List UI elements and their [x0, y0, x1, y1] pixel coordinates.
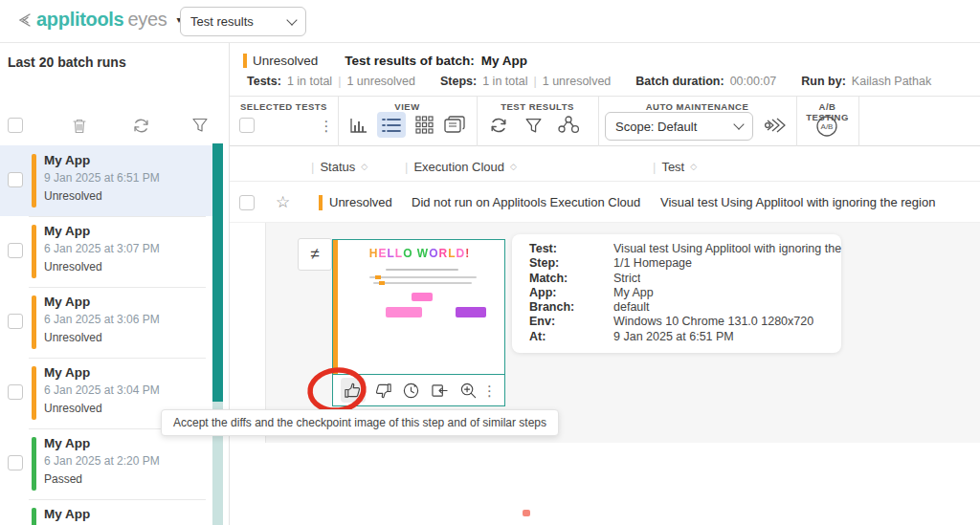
grid-icon [415, 116, 434, 134]
chevron-down-icon [286, 14, 297, 25]
sort-icon[interactable]: ◇ [361, 162, 368, 171]
metadata-row: Match:Strict [529, 272, 841, 286]
step-menu-button[interactable]: ⋮ [482, 378, 497, 403]
batch-stats: Tests: 1 in total | 1 unresolved Steps: … [247, 75, 931, 88]
circular-arrow-icon [402, 382, 420, 400]
batch-item-2[interactable]: My App 6 Jan 2025 at 3:07 PM Unresolved [0, 216, 212, 287]
batch-item-1[interactable]: My App 9 Jan 2025 at 6:51 PM Unresolved [0, 145, 212, 216]
thumbnail-text-line [369, 276, 477, 278]
filter-icon [524, 117, 543, 135]
steps-label: Steps: [440, 75, 477, 88]
top-bar: applitools eyes ▾ Test results [0, 0, 980, 43]
batch-1-checkbox[interactable] [8, 172, 23, 187]
field-label: App: [529, 286, 613, 300]
field-value: Strict [613, 272, 640, 286]
test-results-label: TEST RESULTS [477, 101, 598, 112]
box-arrow-icon [431, 383, 449, 399]
refresh-batches-button[interactable] [130, 115, 151, 136]
hello-world-text: HELLO WORLD! [333, 247, 505, 260]
batch-name: My App [44, 295, 90, 309]
batch-date: 6 Jan 2025 at 3:06 PM [44, 313, 160, 326]
compare-baseline-button[interactable] [428, 378, 453, 403]
filter-batches-button[interactable] [189, 115, 211, 136]
batch-item-5[interactable]: My App 6 Jan 2025 at 2:20 PM Passed [0, 428, 212, 499]
unresolved-status-bar [333, 240, 338, 375]
row-star-cell: ☆ [276, 182, 290, 223]
page-select-value: Test results [190, 14, 254, 29]
thumbnail-pink-rect [386, 307, 422, 317]
tests-total: 1 in total [287, 75, 332, 88]
view-list-button[interactable] [377, 112, 406, 138]
column-header-execution-cloud[interactable]: | Execution Cloud ◇ [405, 151, 517, 182]
field-label: Test: [529, 242, 613, 256]
page-select[interactable]: Test results [180, 7, 306, 36]
batch-3-checkbox[interactable] [8, 314, 23, 329]
rerun-step-button[interactable] [399, 378, 424, 403]
batch-4-checkbox[interactable] [8, 384, 23, 400]
selected-tests-menu-button[interactable]: ⋮ [318, 116, 335, 135]
checkpoint-thumbnail[interactable]: HELLO WORLD! [332, 239, 505, 375]
diff-badge[interactable]: ≠ [298, 238, 332, 271]
sidebar: Last 20 batch runs My App 9 Jan 2025 at … [0, 43, 230, 525]
sort-icon[interactable]: ◇ [690, 162, 697, 171]
batch-date: 6 Jan 2025 at 3:04 PM [44, 383, 160, 397]
batch-header: Unresolved Test results of batch: My App… [230, 43, 980, 97]
batch-5-checkbox[interactable] [8, 455, 23, 470]
row-test-name: Visual test Using Applitool with ignorin… [660, 195, 935, 209]
batch-date: 9 Jan 2025 at 6:51 PM [44, 171, 160, 185]
applitools-logo-icon [17, 12, 33, 28]
svg-text:A/B: A/B [821, 122, 834, 131]
batch-item-6[interactable]: My App [0, 499, 212, 525]
thumbnail-pink-blob [412, 293, 433, 301]
trash-icon [71, 117, 88, 135]
unresolved-status-bar [243, 54, 247, 68]
star-icon[interactable]: ☆ [276, 192, 290, 212]
sidebar-scrollbar-thumb[interactable] [212, 143, 223, 402]
main-toolbar: SELECTED TESTS ⋮ VIEW TEST [230, 97, 980, 146]
thumbnail-purple-rect [456, 307, 486, 317]
batch-status-bar [32, 366, 36, 420]
view-summary-button[interactable] [345, 112, 373, 138]
auto-maintenance-label: AUTO MAINTENANCE [598, 101, 796, 112]
applitools-logo[interactable]: applitools eyes ▾ [17, 9, 182, 31]
accept-step-button[interactable] [341, 378, 366, 403]
selected-tests-label: SELECTED TESTS [230, 101, 338, 112]
kebab-icon: ⋮ [482, 383, 497, 398]
tests-label: Tests: [247, 75, 281, 88]
filter-results-button[interactable] [521, 114, 546, 137]
batch-2-checkbox[interactable] [8, 243, 23, 258]
test-result-row[interactable]: ☆ Unresolved Did not run on Applitools E… [230, 182, 980, 223]
select-all-batches-checkbox[interactable] [8, 118, 23, 133]
select-all-tests-checkbox[interactable] [239, 118, 255, 133]
batch-name: My App [44, 436, 90, 450]
field-value: Visual test Using Applitool with ignorin… [613, 242, 841, 256]
apply-maintenance-button[interactable] [762, 113, 791, 138]
thumbs-up-icon [344, 382, 362, 400]
batch-status: Unresolved [44, 402, 102, 415]
batch-status-bar [32, 508, 36, 525]
row-checkbox[interactable] [239, 195, 255, 210]
zoom-step-button[interactable] [456, 378, 480, 403]
delete-batch-button[interactable] [69, 115, 90, 136]
view-gallery-button[interactable] [440, 112, 469, 138]
fast-forward-icon [764, 115, 789, 136]
ab-testing-button[interactable]: A/B [813, 114, 840, 139]
refresh-results-button[interactable] [486, 114, 511, 137]
field-value: default [613, 300, 650, 315]
column-header-status[interactable]: | Status ◇ [311, 151, 368, 182]
thumbnail-text-line [373, 282, 472, 284]
metadata-row: Branch:default [529, 300, 841, 315]
results-table-header: | Status ◇ | Execution Cloud ◇ | Test ◇ [230, 151, 980, 182]
scope-select[interactable]: Scope: Default [605, 112, 753, 141]
column-header-test[interactable]: | Test ◇ [653, 151, 697, 182]
root-cause-analysis-button[interactable] [555, 114, 582, 137]
field-value: Windows 10 Chrome 131.0 1280x720 [613, 315, 813, 329]
tests-unresolved: 1 unresolved [346, 75, 415, 88]
field-label: Match: [529, 272, 613, 286]
metadata-row: App:My App [529, 286, 841, 300]
reject-step-button[interactable] [371, 378, 396, 403]
view-grid-button[interactable] [410, 112, 438, 138]
field-value: My App [613, 286, 654, 300]
sort-icon[interactable]: ◇ [510, 162, 517, 171]
batch-item-3[interactable]: My App 6 Jan 2025 at 3:06 PM Unresolved [0, 287, 212, 358]
